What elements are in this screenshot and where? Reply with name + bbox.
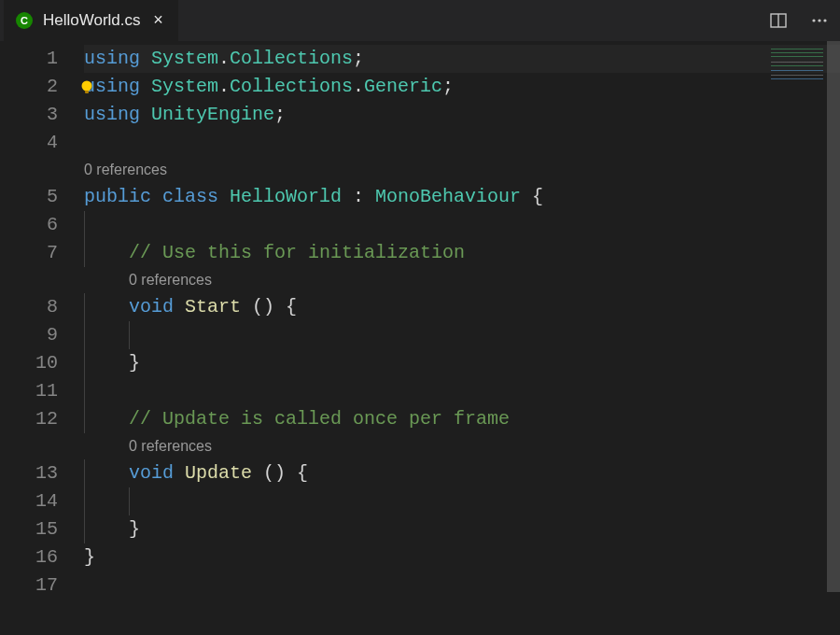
line-number: 8 [0,293,58,321]
vertical-scrollbar[interactable] [827,41,840,635]
code-line[interactable]: using UnityEngine; [84,101,840,129]
line-number: 3 [0,101,58,129]
minimap[interactable] [771,47,823,88]
more-actions-icon[interactable] [806,7,833,34]
svg-point-6 [823,19,826,21]
svg-point-7 [82,81,92,92]
svg-text:C: C [21,15,28,26]
line-number: 2 [0,73,58,101]
line-number: 15 [0,515,58,543]
line-number: 1 [0,45,58,73]
line-number-gutter: 1234567891011121314151617 [0,45,84,635]
code-line[interactable] [84,321,840,349]
line-number: 5 [0,183,58,211]
line-number: 14 [0,487,58,515]
code-line[interactable] [84,487,840,515]
code-editor: C HelloWorld.cs × 1234567891011121314151… [0,0,840,635]
tab-helloworld[interactable]: C HelloWorld.cs × [4,0,178,41]
line-number: 11 [0,377,58,405]
svg-point-5 [818,19,820,21]
codelens-references[interactable]: 0 references [84,433,840,459]
code-line[interactable]: using System.Collections.Generic; [84,73,840,101]
code-content[interactable]: using System.Collections;using System.Co… [84,45,840,635]
line-number: 7 [0,239,58,267]
tab-actions [765,0,833,41]
code-line[interactable]: using System.Collections; [84,45,840,73]
svg-point-4 [812,19,815,21]
svg-rect-8 [85,91,89,93]
close-tab-icon[interactable]: × [150,12,167,29]
code-line[interactable]: public class HelloWorld : MonoBehaviour … [84,183,840,211]
line-number: 16 [0,543,58,572]
codelens-references[interactable]: 0 references [84,157,840,183]
line-number: 12 [0,405,58,433]
line-number: 4 [0,129,58,157]
line-number: 17 [0,572,58,600]
code-line[interactable]: } [84,349,840,377]
line-number: 13 [0,459,58,487]
lightbulb-icon[interactable] [78,78,95,95]
line-number: 10 [0,349,58,377]
code-line[interactable] [84,377,840,405]
split-editor-icon[interactable] [765,7,791,34]
code-line[interactable]: // Use this for initialization [84,239,840,267]
vertical-scrollbar-thumb[interactable] [827,41,840,592]
code-line[interactable] [84,211,840,239]
code-line[interactable]: // Update is called once per frame [84,405,840,433]
line-number: 9 [0,321,58,349]
tab-filename: HelloWorld.cs [43,11,141,30]
code-line[interactable] [84,129,840,157]
line-number: 6 [0,211,58,239]
code-line[interactable]: void Start () { [84,293,840,321]
editor-body[interactable]: 1234567891011121314151617 using System.C… [0,41,840,635]
code-line[interactable]: } [84,543,840,572]
code-line[interactable]: } [84,515,840,543]
code-line[interactable]: void Update () { [84,459,840,487]
code-line[interactable] [84,572,840,600]
csharp-file-icon: C [15,11,34,30]
codelens-references[interactable]: 0 references [84,267,840,293]
tab-bar: C HelloWorld.cs × [0,0,840,41]
